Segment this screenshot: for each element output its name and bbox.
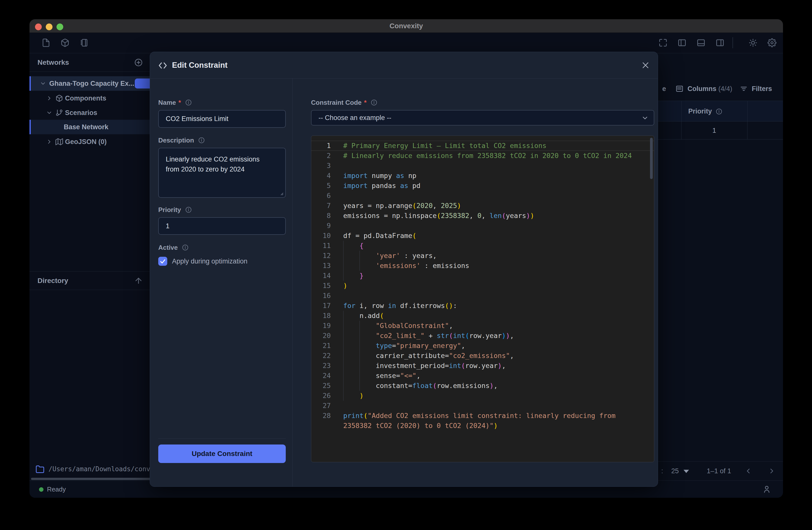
columns-icon	[676, 85, 683, 93]
chevron-right-icon[interactable]	[46, 95, 53, 101]
columns-button[interactable]: Columns (4/4)	[676, 77, 732, 100]
app-window: Convexity Networks Ghana-Togo Capacity E…	[29, 19, 783, 498]
networks-title: Networks	[38, 53, 69, 72]
theme-icon[interactable]	[749, 38, 757, 47]
code-line-24: 24 sense="<=",	[311, 371, 654, 381]
active-checkbox[interactable]	[158, 257, 167, 266]
code-line-9: 9	[311, 221, 654, 231]
code-line-25: 25 constant=float(row.emissions),	[311, 381, 654, 391]
column-header-priority[interactable]: Priority	[681, 101, 747, 122]
line-number: 22	[311, 351, 336, 361]
line-number: 26	[311, 391, 336, 401]
resize-handle-icon[interactable]	[278, 190, 284, 196]
fullscreen-icon[interactable]	[658, 38, 667, 47]
filters-button[interactable]: Filters	[740, 77, 772, 100]
code-line-26: 26 )	[311, 391, 654, 401]
modal-title: Edit Constraint	[172, 52, 228, 78]
constraint-code-panel: Constraint Code* -- Choose an example --…	[293, 78, 658, 487]
status-dot	[39, 487, 44, 492]
line-number: 12	[311, 251, 336, 261]
info-icon	[185, 206, 192, 213]
filter-icon	[740, 85, 748, 93]
info-icon	[182, 244, 189, 251]
code-editor[interactable]: 1# Primary Energy Limit – Limit total CO…	[311, 135, 654, 462]
sort-ascending-icon[interactable]	[134, 276, 143, 285]
line-number: 17	[311, 301, 336, 311]
chevron-right-icon[interactable]	[46, 139, 53, 145]
code-line-16: 16	[311, 291, 654, 301]
previous-page-button[interactable]	[744, 467, 752, 475]
line-number: 3	[311, 161, 336, 171]
page-size-caret-icon[interactable]	[683, 470, 689, 473]
panel-left-icon[interactable]	[678, 38, 686, 47]
description-field[interactable]: Linearly reduce CO2 emissions from 2020 …	[158, 148, 286, 198]
next-page-button[interactable]	[768, 467, 776, 475]
code-line-11: 11 {	[311, 241, 654, 251]
constraint-form: Name* CO2 Emissions Limit Description Li…	[150, 78, 293, 487]
line-number: 20	[311, 331, 336, 341]
new-file-icon[interactable]	[42, 38, 50, 47]
line-number: 24	[311, 371, 336, 381]
priority-field[interactable]: 1	[158, 217, 286, 235]
folder-icon	[35, 465, 44, 474]
person-icon[interactable]	[763, 485, 771, 493]
tree-item-label: Base Network	[64, 120, 108, 134]
notebook-icon[interactable]	[79, 38, 88, 47]
panel-bottom-icon[interactable]	[696, 38, 706, 47]
line-number: 19	[311, 321, 336, 331]
tree-item-ghana-togo-capacity-ex[interactable]: Ghana-Togo Capacity Ex...	[29, 76, 150, 91]
code-line-18: 18 n.add(	[311, 311, 654, 321]
close-modal-button[interactable]	[641, 61, 650, 70]
code-line-10: 10df = pd.DataFrame(	[311, 231, 654, 241]
code-line-8: 8emissions = np.linspace(2358382, 0, len…	[311, 211, 654, 221]
tree-item-base-network[interactable]: Base Network	[29, 120, 150, 134]
code-line-7: 7years = np.arange(2020, 2025)	[311, 201, 654, 211]
code-line-23: 23 investment_period=int(row.year),	[311, 361, 654, 371]
branch-icon	[56, 109, 63, 116]
line-number: 15	[311, 281, 336, 291]
name-field[interactable]: CO2 Emissions Limit	[158, 110, 286, 128]
package-icon[interactable]	[60, 38, 70, 47]
pagination-range: 1–1 of 1	[707, 461, 731, 481]
window-title: Convexity	[29, 19, 783, 33]
code-line-13: 13 'emissions' : emissions	[311, 261, 654, 271]
line-number: 28	[311, 411, 336, 431]
status-text: Ready	[47, 481, 66, 498]
directory-path-row[interactable]: /Users/aman/Downloads/conve	[29, 460, 150, 478]
editor-scrollbar[interactable]	[650, 138, 653, 179]
code-line-3: 3	[311, 161, 654, 171]
priority-label: Priority	[158, 205, 192, 214]
example-select[interactable]: -- Choose an example --	[311, 110, 654, 126]
code-line-15: 15)	[311, 281, 654, 291]
line-number: 4	[311, 171, 336, 181]
titlebar[interactable]: Convexity	[29, 19, 783, 33]
line-number: 11	[311, 241, 336, 251]
column-divider	[681, 101, 682, 140]
toolbar-divider	[733, 37, 733, 48]
chevron-down-icon[interactable]	[40, 80, 46, 87]
tree-item-components[interactable]: Components	[29, 92, 150, 105]
tree-item-geojson-0[interactable]: GeoJSON (0)	[29, 135, 150, 148]
modal-header: Edit Constraint	[150, 52, 658, 78]
active-label: Active	[158, 243, 189, 252]
clipped-button-label[interactable]: e	[662, 77, 666, 100]
code-line-6: 6	[311, 191, 654, 201]
package-icon	[56, 95, 63, 102]
code-line-17: 17for i, row in df.iterrows():	[311, 301, 654, 311]
networks-panel-header: Networks	[29, 53, 150, 72]
directory-panel-header: Directory	[29, 271, 150, 290]
line-number: 25	[311, 381, 336, 391]
chevron-down-icon[interactable]	[46, 110, 53, 116]
page-size-value[interactable]: 25	[671, 461, 679, 481]
update-constraint-button[interactable]: Update Constraint	[158, 444, 286, 463]
add-network-button[interactable]	[134, 58, 143, 67]
code-line-5: 5import pandas as pd	[311, 181, 654, 191]
sidebar: Networks Ghana-Togo Capacity Ex...Compon…	[29, 53, 150, 480]
panel-right-icon[interactable]	[715, 38, 725, 47]
tree-item-label: Components	[65, 92, 106, 105]
tree-item-scenarios[interactable]: Scenarios	[29, 106, 150, 119]
code-line-1: 1# Primary Energy Limit – Limit total CO…	[311, 141, 654, 151]
line-number: 9	[311, 221, 336, 231]
settings-icon[interactable]	[768, 38, 777, 47]
line-number: 1	[311, 141, 336, 151]
